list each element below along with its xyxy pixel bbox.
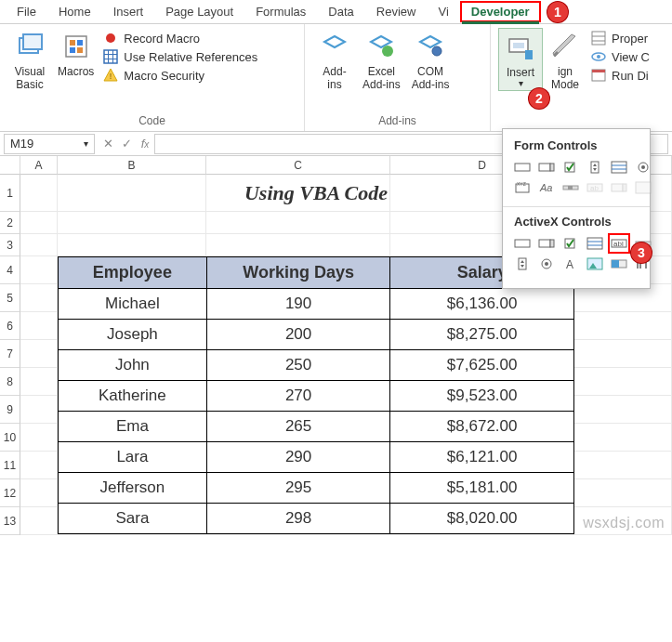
form-spinner-icon[interactable] [585, 158, 605, 177]
row-header[interactable]: 1 [0, 175, 20, 212]
addins-button[interactable]: Add- ins [312, 28, 357, 95]
table-cell[interactable]: $6,121.00 [390, 442, 574, 473]
fx-button[interactable]: fx [136, 137, 154, 151]
form-scrollbar-icon[interactable] [560, 178, 581, 197]
form-textfield-icon[interactable]: ab [585, 178, 605, 197]
visual-basic-label: Visual Basic [15, 65, 45, 91]
table-cell[interactable]: 265 [206, 412, 390, 442]
svg-text:ab: ab [590, 184, 599, 192]
table-cell[interactable]: $8,275.00 [390, 320, 574, 350]
col-header[interactable]: C [206, 156, 390, 175]
svg-rect-55 [539, 240, 550, 247]
addins-icon [320, 32, 349, 61]
activex-listbox-icon[interactable] [585, 234, 605, 253]
tab-file[interactable]: File [6, 1, 47, 22]
macros-label: Macros [58, 65, 94, 78]
activex-checkbox-icon[interactable] [560, 234, 581, 253]
activex-togglebutton-icon[interactable] [609, 255, 629, 273]
row-header[interactable]: 11 [0, 452, 20, 479]
row-header[interactable]: 8 [0, 368, 20, 396]
row-header[interactable]: 6 [0, 312, 20, 340]
activex-combobox-icon[interactable] [536, 234, 557, 253]
row-header[interactable]: 13 [0, 507, 20, 535]
row-header[interactable]: 12 [0, 479, 20, 507]
use-relative-references-button[interactable]: Use Relative References [101, 48, 259, 65]
design-mode-button[interactable]: ign Mode [543, 28, 587, 95]
tab-home[interactable]: Home [47, 1, 102, 22]
macros-button[interactable]: Macros [52, 28, 99, 82]
row-header[interactable]: 7 [0, 340, 20, 368]
col-header[interactable]: A [20, 156, 58, 175]
form-listbox-icon[interactable] [609, 158, 629, 177]
properties-icon [591, 31, 606, 46]
table-cell[interactable]: 298 [206, 504, 390, 534]
tab-formulas[interactable]: Formulas [244, 1, 317, 22]
form-edit-disabled-icon[interactable] [633, 178, 653, 197]
table-cell[interactable]: 290 [206, 442, 390, 473]
activex-image-icon[interactable] [585, 255, 605, 273]
activex-spinbutton-icon[interactable] [512, 255, 533, 273]
data-table: EmployeeWorking DaysSalaryMichael190$6,1… [58, 256, 574, 534]
cancel-formula-button[interactable]: ✕ [99, 137, 117, 151]
row-header[interactable]: 10 [0, 424, 20, 452]
form-button-icon[interactable] [512, 158, 533, 177]
table-cell[interactable]: $5,181.00 [390, 473, 574, 504]
insert-control-button[interactable]: Insert ▾ 2 [498, 28, 543, 91]
activex-optionbutton-icon[interactable] [536, 255, 557, 273]
run-dialog-button[interactable]: Run Di [589, 67, 652, 84]
tab-review[interactable]: Review [365, 1, 428, 22]
tab-insert[interactable]: Insert [102, 1, 155, 22]
form-label-icon[interactable]: Aa [536, 178, 557, 197]
macro-security-button[interactable]: ! Macro Security [101, 67, 259, 84]
form-optionbutton-icon[interactable] [633, 158, 653, 177]
table-cell[interactable]: 200 [206, 320, 390, 350]
table-cell[interactable]: $8,672.00 [390, 412, 574, 442]
table-row: Katherine270$9,523.00 [59, 381, 574, 412]
table-cell[interactable]: Katherine [59, 381, 207, 412]
table-cell[interactable]: Joseph [59, 320, 207, 350]
properties-button[interactable]: Proper [589, 30, 652, 46]
tab-developer[interactable]: Developer [460, 1, 541, 22]
enter-formula-button[interactable]: ✓ [117, 137, 136, 151]
table-cell[interactable]: Jefferson [59, 473, 207, 504]
table-cell[interactable]: Ema [59, 412, 207, 442]
row-header[interactable]: 3 [0, 234, 20, 256]
activex-textbox-icon[interactable]: abl [609, 234, 629, 253]
table-cell[interactable]: John [59, 350, 207, 381]
form-checkbox-icon[interactable] [560, 158, 581, 177]
tab-view[interactable]: Vi [427, 1, 459, 22]
table-cell[interactable]: $8,020.00 [390, 504, 574, 534]
tab-data[interactable]: Data [317, 1, 364, 22]
record-macro-button[interactable]: Record Macro [101, 30, 259, 46]
row-header[interactable]: 2 [0, 212, 20, 234]
svg-text:abl: abl [613, 240, 624, 248]
com-addins-button[interactable]: COM Add-ins [406, 28, 455, 95]
excel-addins-button[interactable]: Excel Add-ins [357, 28, 406, 95]
col-header[interactable] [0, 156, 20, 175]
view-code-button[interactable]: View C [589, 48, 652, 65]
design-mode-icon [550, 32, 580, 61]
row-header[interactable]: 4 [0, 256, 20, 284]
form-combo-disabled-icon[interactable] [609, 178, 629, 197]
row-header[interactable]: 5 [0, 284, 20, 312]
table-cell[interactable]: 295 [206, 473, 390, 504]
group-code: Visual Basic Macros Record Macro Use Rel… [0, 24, 305, 131]
form-groupbox-icon[interactable]: XYZ [512, 178, 533, 197]
table-cell[interactable]: 270 [206, 381, 390, 412]
table-cell[interactable]: Michael [59, 289, 207, 320]
activex-commandbutton-icon[interactable] [512, 234, 533, 253]
table-cell[interactable]: 190 [206, 289, 390, 320]
col-header[interactable]: B [58, 156, 206, 175]
table-cell[interactable]: 250 [206, 350, 390, 381]
visual-basic-button[interactable]: Visual Basic [7, 28, 52, 95]
tab-pagelayout[interactable]: Page Layout [154, 1, 244, 22]
name-box[interactable]: M19 ▾ [4, 134, 95, 154]
table-cell[interactable]: $9,523.00 [390, 381, 574, 412]
table-cell[interactable]: $7,625.00 [390, 350, 574, 381]
table-cell[interactable]: Lara [59, 442, 207, 473]
row-header[interactable]: 9 [0, 396, 20, 424]
table-cell[interactable]: $6,136.00 [390, 289, 574, 320]
activex-label-icon[interactable]: A [560, 255, 581, 273]
form-combobox-icon[interactable] [536, 158, 557, 177]
table-cell[interactable]: Sara [59, 504, 207, 534]
